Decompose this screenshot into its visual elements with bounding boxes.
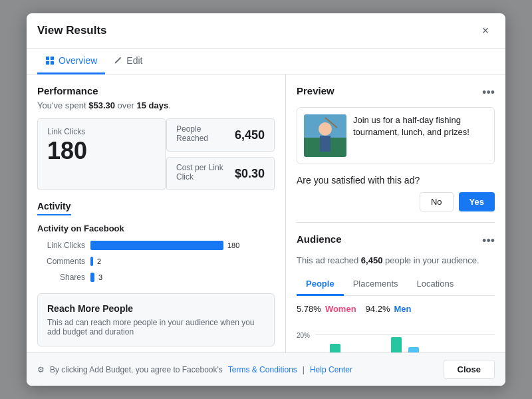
bar-row-shares: Shares 3 xyxy=(37,272,275,283)
svg-point-6 xyxy=(319,122,332,136)
svg-rect-7 xyxy=(320,136,331,152)
link-clicks-box: Link Clicks 180 xyxy=(37,118,166,190)
footer-separator: | xyxy=(303,365,305,374)
bar-row-link-clicks: Link Clicks 180 xyxy=(37,240,275,251)
preview-more-icon[interactable]: ••• xyxy=(482,86,495,100)
men-label: Men xyxy=(394,304,411,314)
cost-value: $0.30 xyxy=(235,167,265,181)
grid-line-20 xyxy=(315,334,495,335)
metrics-row: Link Clicks 180 People Reached 6,450 Cos… xyxy=(37,118,275,190)
activity-tab[interactable]: Activity xyxy=(37,201,71,215)
modal-title: View Results xyxy=(37,24,107,37)
men-pct: 94.2% xyxy=(366,304,390,314)
chart-bar-3-men xyxy=(391,337,402,352)
tab-edit[interactable]: Edit xyxy=(105,49,150,74)
audience-desc: This ad reached 6,450 people in your aud… xyxy=(297,255,495,265)
main-tabs: Overview Edit xyxy=(27,49,505,74)
women-pct: 5.78% xyxy=(297,304,321,314)
preview-section: Preview ••• J xyxy=(297,85,495,164)
help-link[interactable]: Help Center xyxy=(310,365,352,374)
link-clicks-value: 180 xyxy=(47,139,156,163)
left-panel: Performance You've spent $53.30 over 15 … xyxy=(27,74,286,352)
spent-text: You've spent $53.30 over 15 days. xyxy=(37,100,275,110)
bar-val-link-clicks: 180 xyxy=(227,241,239,249)
bar-label-comments: Comments xyxy=(37,257,90,266)
terms-link[interactable]: Terms & Conditions xyxy=(228,365,297,374)
metrics-stack: People Reached 6,450 Cost per Link Click… xyxy=(166,118,275,190)
footer-agree-text: By clicking Add Budget, you agree to Fac… xyxy=(50,365,223,374)
reach-more-section: Reach More People This ad can reach more… xyxy=(37,293,275,346)
activity-facebook-title: Activity on Facebook xyxy=(37,223,275,233)
audience-more-icon[interactable]: ••• xyxy=(482,234,495,248)
reach-title: Reach More People xyxy=(47,303,265,314)
audience-tab-placements[interactable]: Placements xyxy=(344,273,408,296)
footer-links: Terms & Conditions | Help Center xyxy=(228,365,352,374)
close-button[interactable]: Close xyxy=(444,360,495,379)
bar-val-shares: 3 xyxy=(98,273,102,281)
svg-rect-1 xyxy=(51,57,54,60)
bar-chart: Link Clicks 180 Comments 2 xyxy=(37,240,275,283)
audience-title: Audience xyxy=(297,233,342,245)
women-label: Women xyxy=(325,304,356,314)
modal-body: Performance You've spent $53.30 over 15 … xyxy=(27,74,505,352)
bar-val-comments: 2 xyxy=(97,257,101,265)
audience-tab-people[interactable]: People xyxy=(297,273,344,296)
spent-amount: $53.30 xyxy=(88,100,115,110)
audience-tab-locations[interactable]: Locations xyxy=(408,273,464,296)
svg-rect-0 xyxy=(46,57,49,60)
chart-bar-4-women xyxy=(408,347,419,352)
activity-section: Activity Activity on Facebook Link Click… xyxy=(37,201,275,283)
bar-label-shares: Shares xyxy=(37,273,90,282)
modal-close-icon[interactable]: × xyxy=(476,21,495,40)
reach-desc: This ad can reach more people in your au… xyxy=(47,318,265,336)
yes-button[interactable]: Yes xyxy=(459,192,495,211)
link-clicks-label: Link Clicks xyxy=(47,127,156,136)
preview-header: Preview ••• xyxy=(297,85,495,100)
bar-row-comments: Comments 2 xyxy=(37,256,275,267)
satisfaction-buttons: No Yes xyxy=(297,192,495,211)
people-reached-value: 6,450 xyxy=(235,128,265,142)
settings-icon[interactable]: ⚙ xyxy=(37,365,45,374)
svg-rect-3 xyxy=(51,61,54,65)
audience-tabs: People Placements Locations xyxy=(297,273,495,296)
modal-header: View Results × xyxy=(27,13,505,49)
tab-overview[interactable]: Overview xyxy=(37,49,105,74)
satisfaction-section: Are you satisfied with this ad? No Yes xyxy=(297,175,495,223)
fishing-image xyxy=(304,114,346,157)
footer-left: ⚙ By clicking Add Budget, you agree to F… xyxy=(37,365,352,374)
satisfaction-question: Are you satisfied with this ad? xyxy=(297,175,495,186)
audience-header: Audience ••• xyxy=(297,233,495,249)
overview-icon xyxy=(45,56,55,65)
performance-title: Performance xyxy=(37,85,275,96)
view-results-modal: View Results × Overview Edit xyxy=(27,13,505,386)
cost-label: Cost per Link Click xyxy=(176,163,235,182)
preview-ad-text: Join us for a half-day fishing tournamen… xyxy=(353,114,487,157)
gender-row: 5.78% Women 94.2% Men xyxy=(297,304,495,314)
no-button[interactable]: No xyxy=(420,192,454,211)
modal-footer: ⚙ By clicking Add Budget, you agree to F… xyxy=(27,352,505,386)
cost-per-click-box: Cost per Link Click $0.30 xyxy=(166,157,275,190)
audience-chart: 20% 15% xyxy=(297,321,495,352)
people-reached-box: People Reached 6,450 xyxy=(166,118,275,152)
preview-card: Join us for a half-day fishing tournamen… xyxy=(297,107,495,164)
right-panel: Preview ••• J xyxy=(286,74,505,352)
preview-title: Preview xyxy=(297,85,334,96)
bar-fill-link-clicks xyxy=(90,241,223,250)
bar-fill-shares xyxy=(90,273,94,282)
spent-days: 15 days xyxy=(136,100,168,110)
y-label-20: 20% xyxy=(297,332,310,339)
y-label-15: 15% xyxy=(297,352,310,352)
people-reached-label: People Reached xyxy=(176,124,235,143)
edit-icon xyxy=(113,56,122,65)
bar-label-link-clicks: Link Clicks xyxy=(37,241,90,250)
chart-bar-1-men xyxy=(330,344,340,352)
bar-fill-comments xyxy=(90,257,93,266)
svg-rect-2 xyxy=(46,61,49,65)
audience-section: Audience ••• This ad reached 6,450 peopl… xyxy=(297,233,495,352)
audience-count: 6,450 xyxy=(361,255,383,265)
preview-image xyxy=(304,114,346,157)
